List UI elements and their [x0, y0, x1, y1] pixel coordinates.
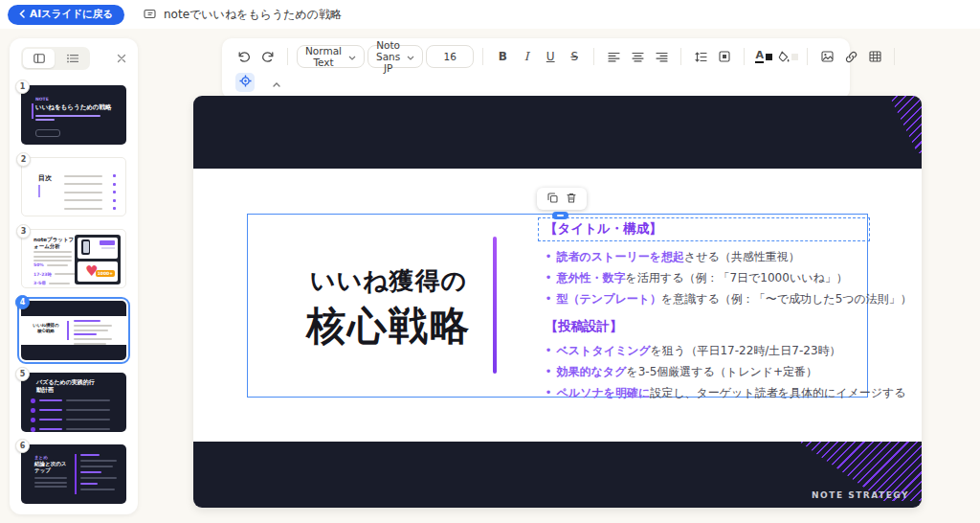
- font-size-input[interactable]: [426, 45, 474, 68]
- bullet-item[interactable]: 型（テンプレート）を意識する（例：「〜で成功した5つの法則」）: [546, 288, 871, 309]
- skeleton-lines: [33, 251, 72, 262]
- document-meta: noteでいいねをもらうための戦略: [144, 6, 342, 24]
- format-toolbar: Normal Text Noto Sans JP B I U S: [222, 38, 850, 99]
- text-color-swatch: [766, 54, 772, 60]
- insert-link-button[interactable]: [840, 46, 861, 67]
- align-center-button[interactable]: [627, 46, 648, 67]
- line-spacing-button[interactable]: [690, 46, 711, 67]
- text-color-button[interactable]: A: [753, 46, 774, 67]
- font-family-value: Noto Sans JP: [376, 39, 400, 74]
- phone-icon: [81, 239, 90, 255]
- bullet-item[interactable]: ペルソナを明確に設定し、ターゲット読者を具体的にイメージする: [546, 382, 871, 403]
- slide-thumbnail-4-selected[interactable]: 4 いいね獲得の 核心戦略: [21, 301, 126, 360]
- redo-button[interactable]: [257, 46, 278, 67]
- bullet-item[interactable]: 効果的なタグを3-5個厳選する（トレンド+定番）: [546, 361, 871, 382]
- slide-title-line1: いいね獲得の: [274, 264, 503, 298]
- slide-number-badge: 3: [16, 224, 31, 239]
- slide-thumbnail-5[interactable]: 5 バズるための実践的行動計画: [21, 373, 126, 432]
- close-panel-button[interactable]: [117, 53, 126, 65]
- font-family-dropdown[interactable]: Noto Sans JP: [368, 45, 423, 68]
- slide-thumbnail-6[interactable]: 6 まとめ 結論と次のステップ: [21, 444, 126, 504]
- slide-number-badge: 2: [16, 152, 31, 167]
- text-color-glyph: A: [755, 50, 764, 63]
- selection-drag-handle[interactable]: [552, 212, 568, 219]
- slide-thumbnail-1[interactable]: 1 NOTE いいねをもらうための戦略: [21, 85, 126, 145]
- thumb1-button-shape: [35, 129, 60, 137]
- text-style-value: Normal Text: [305, 45, 342, 68]
- thumb1-note-label: NOTE: [35, 97, 49, 102]
- highlight-color-swatch: [791, 54, 798, 60]
- italic-button[interactable]: I: [516, 46, 537, 67]
- align-right-button[interactable]: [651, 46, 672, 67]
- text-style-dropdown[interactable]: Normal Text: [297, 45, 365, 68]
- focus-target-button[interactable]: [235, 73, 255, 92]
- collapse-toolbar-button[interactable]: [266, 72, 287, 93]
- divider-bar: [75, 454, 77, 494]
- slide-footer-band: NOTE STRATEGY: [193, 442, 922, 508]
- phone-mockup-card: [78, 238, 118, 259]
- thumb3-visual-panel: ♥ 1000+: [75, 235, 121, 284]
- toolbar-divider: [680, 48, 681, 65]
- insert-table-button[interactable]: [864, 46, 885, 67]
- presentation-icon: [144, 6, 156, 24]
- delete-element-button[interactable]: [567, 192, 576, 206]
- slide-body-text[interactable]: 【タイトル・構成】 読者のストーリーを想起させる（共感性重視） 意外性・数字を活…: [538, 217, 870, 403]
- tab-outline-view[interactable]: [56, 49, 88, 68]
- thumb3-stats: 50% 17-23時 3-5個: [33, 262, 76, 285]
- thumb4-white-band: いいね獲得の 核心戦略: [21, 316, 126, 345]
- highlight-color-button[interactable]: [777, 46, 798, 67]
- padding-button[interactable]: [714, 46, 735, 67]
- slide-layout-icon: [33, 52, 45, 66]
- slide-footer-text: NOTE STRATEGY: [812, 490, 909, 500]
- likes-count-badge: 1000+: [96, 270, 115, 277]
- slide-number-badge: 6: [15, 439, 30, 453]
- chevron-left-icon: [19, 9, 25, 20]
- list-icon: [67, 52, 78, 66]
- slide-number-badge: 5: [15, 367, 30, 381]
- bold-button[interactable]: B: [492, 46, 513, 67]
- thumb2-title: 目次: [38, 173, 52, 183]
- slide-panel: 1 NOTE いいねをもらうための戦略 2 目次: [10, 38, 138, 514]
- duplicate-element-button[interactable]: [547, 192, 558, 206]
- accent-bar: [67, 321, 69, 340]
- back-to-ai-slides-button[interactable]: AIスライドに戻る: [8, 5, 124, 25]
- chevron-down-icon: [407, 51, 414, 62]
- document-title: noteでいいねをもらうための戦略: [164, 7, 342, 23]
- tab-thumbnail-view[interactable]: [23, 49, 55, 68]
- slide-number-badge-active: 4: [15, 295, 30, 309]
- thumb6-title: 結論と次のステップ: [34, 461, 71, 474]
- purple-chip: [100, 240, 115, 245]
- active-text-selection-box[interactable]: 【タイトル・構成】: [538, 217, 870, 241]
- thumb4-title: いいね獲得の 核心戦略: [29, 323, 63, 334]
- back-button-label: AIスライドに戻る: [30, 8, 113, 21]
- section-heading-1: 【タイトル・構成】: [545, 220, 863, 238]
- toolbar-divider: [593, 48, 594, 65]
- insert-image-button[interactable]: [816, 46, 837, 67]
- thumbnail-list: 1 NOTE いいねをもらうための戦略 2 目次: [10, 74, 138, 513]
- topbar: AIスライドに戻る noteでいいねをもらうための戦略: [0, 0, 980, 29]
- slide-canvas[interactable]: NOTE STRATEGY いいね獲得の 核心戦略 【タイトル・構成】 読者のス…: [193, 96, 922, 508]
- thumb5-title: バズるための実践的行動計画: [36, 378, 96, 394]
- bullet-list-1: 読者のストーリーを想起させる（共感性重視） 意外性・数字を活用する（例：「7日で…: [538, 246, 870, 309]
- skeleton-lines: [34, 477, 67, 488]
- slide-thumbnail-2[interactable]: 2 目次: [21, 157, 126, 216]
- accent-divider-bar: [493, 237, 497, 374]
- underline-button[interactable]: U: [540, 46, 561, 67]
- toolbar-divider: [482, 48, 483, 65]
- bullet-item[interactable]: 読者のストーリーを想起させる（共感性重視）: [546, 246, 871, 267]
- thumb6-sections: [80, 454, 119, 490]
- align-left-button[interactable]: [603, 46, 624, 67]
- bullet-item[interactable]: 意外性・数字を活用する（例：「7日で1000いいね」）: [546, 267, 871, 288]
- slide-main-title[interactable]: いいね獲得の 核心戦略: [274, 264, 503, 352]
- skeleton-line: [35, 115, 100, 117]
- strikethrough-button[interactable]: S: [564, 46, 585, 67]
- slide-panel-header: [10, 38, 138, 74]
- toolbar-divider: [894, 48, 895, 65]
- undo-button[interactable]: [234, 46, 255, 67]
- slide-title-line2: 核心戦略: [274, 300, 503, 352]
- slide-thumbnail-3[interactable]: 3 noteプラットフォーム分析 50% 17-23時 3-5個: [21, 229, 126, 288]
- bullet-item[interactable]: ベストタイミングを狙う（平日17-22時/土日7-23時）: [546, 340, 871, 361]
- slide-number-badge: 1: [15, 80, 30, 94]
- thumb1-title: いいねをもらうための戦略: [35, 103, 122, 112]
- heart-card: ♥ 1000+: [78, 262, 118, 283]
